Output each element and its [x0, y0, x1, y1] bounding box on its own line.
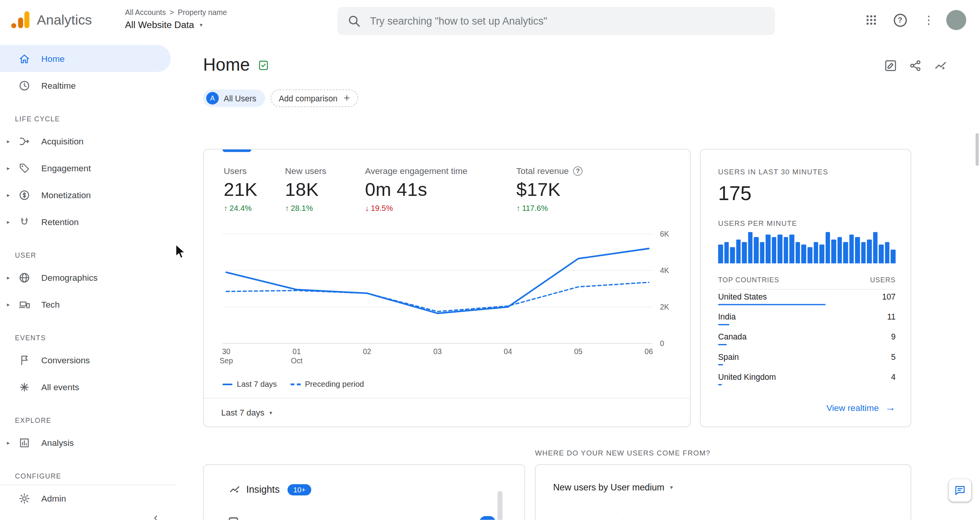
feedback-button[interactable] — [949, 479, 972, 502]
chevron-right-icon[interactable]: ▸ — [7, 192, 10, 198]
sidebar-item-label: Home — [41, 53, 65, 63]
logo-tall-bar — [25, 11, 30, 28]
insights-panel-button[interactable] — [934, 59, 947, 73]
sidebar-item-retention[interactable]: ▸ Retention — [0, 208, 176, 235]
apps-grid-icon — [865, 14, 878, 26]
help-icon[interactable]: ? — [573, 166, 582, 175]
all-users-avatar: A — [206, 92, 219, 104]
search-input[interactable] — [370, 15, 765, 27]
help-button[interactable]: ? — [889, 9, 911, 31]
apps-grid-button[interactable] — [860, 9, 883, 31]
sidebar-item-demographics[interactable]: ▸ Demographics — [0, 264, 176, 291]
sidebar-item-home[interactable]: Home — [0, 45, 171, 72]
country-row: India11 — [718, 312, 896, 325]
per-minute-bar — [784, 237, 788, 263]
sidebar-item-all-events[interactable]: All events — [0, 373, 176, 400]
svg-text:30: 30 — [222, 347, 231, 356]
trend-arrow-icon: ↑ — [516, 204, 520, 213]
metric-delta: ↑ 24.4% — [224, 204, 257, 213]
share-report-button[interactable] — [909, 59, 922, 73]
analytics-logo-icon — [10, 9, 31, 30]
country-row: United States107 — [718, 292, 896, 305]
sidebar-item-realtime[interactable]: Realtime — [0, 72, 176, 99]
chevron-right-icon[interactable]: ▸ — [7, 274, 10, 280]
add-comparison-button[interactable]: Add comparison + — [271, 89, 358, 107]
breadcrumb-separator-icon: > — [170, 8, 174, 17]
search-icon — [348, 14, 361, 28]
section-title-user: USER — [0, 235, 176, 264]
customize-report-button[interactable] — [884, 59, 898, 73]
section-title-life-cycle: LIFE CYCLE — [0, 99, 176, 128]
chevron-right-icon[interactable]: ▸ — [7, 301, 10, 307]
insights-header: Insights 10+ — [229, 484, 311, 495]
insight-item-badge[interactable] — [479, 516, 495, 520]
all-events-icon — [18, 381, 31, 393]
breadcrumb-property[interactable]: Property name — [178, 8, 227, 17]
sidebar-item-label: Analysis — [41, 437, 74, 447]
sidebar-item-engagement[interactable]: ▸ Engagement — [0, 154, 176, 181]
chevron-right-icon[interactable]: ▸ — [7, 219, 10, 225]
per-minute-bar — [730, 247, 735, 263]
per-minute-bar — [790, 235, 794, 263]
per-minute-bar — [849, 235, 854, 263]
chevron-right-icon[interactable]: ▸ — [7, 138, 10, 144]
sidebar-item-conversions[interactable]: Conversions — [0, 346, 176, 373]
property-selector[interactable]: All Website Data ▾ — [125, 19, 227, 30]
sidebar-item-admin[interactable]: Admin — [0, 485, 176, 512]
all-users-chip[interactable]: A All Users — [203, 89, 265, 107]
country-bar — [718, 384, 722, 385]
per-minute-bar — [879, 245, 884, 263]
users-per-minute-chart — [718, 231, 896, 263]
metric-delta: ↑ 117.6% — [516, 204, 582, 213]
svg-text:4K: 4K — [660, 266, 669, 275]
sidebar-item-acquisition[interactable]: ▸ Acquisition — [0, 128, 176, 154]
view-realtime-link[interactable]: View realtime → — [827, 402, 896, 414]
trend-arrow-icon: ↑ — [285, 204, 289, 213]
page-title: Home — [203, 55, 250, 75]
users-per-minute-label: USERS PER MINUTE — [718, 220, 797, 227]
per-minute-bar — [772, 237, 776, 263]
sidebar-item-label: Engagement — [41, 163, 91, 173]
metric-avg-engagement-time: Average engagement time 0m 41s ↓ 19.5% — [365, 166, 467, 213]
analytics-home-link[interactable]: Analytics — [10, 9, 92, 30]
sidebar-item-analysis[interactable]: ▸ Analysis — [0, 429, 176, 456]
more-options-button[interactable]: ⋮ — [917, 9, 940, 31]
sidebar-item-monetization[interactable]: ▸ Monetization — [0, 181, 176, 208]
country-name: Canada — [718, 332, 746, 341]
top-app-bar: Analytics All Accounts > Property name A… — [0, 0, 980, 40]
country-name: India — [718, 312, 736, 321]
sidebar-item-label: Retention — [41, 217, 79, 227]
breadcrumb-all-accounts[interactable]: All Accounts — [125, 8, 166, 17]
page-scrollbar[interactable] — [976, 133, 979, 166]
logo-mid-bar — [18, 18, 23, 28]
trend-arrow-icon: ↑ — [224, 204, 228, 213]
top-countries-list: United States107India11Canada9Spain5Unit… — [718, 292, 896, 392]
metric-value: 21K — [224, 179, 257, 200]
account-avatar[interactable] — [946, 10, 966, 30]
date-range-selector[interactable]: Last 7 days ▾ — [221, 398, 272, 427]
per-minute-bar — [718, 245, 723, 263]
sidebar-item-tech[interactable]: ▸ Tech — [0, 291, 176, 318]
svg-text:01: 01 — [292, 347, 301, 356]
sidebar-collapse-button[interactable]: ‹ — [154, 510, 158, 520]
report-check-icon[interactable] — [257, 59, 269, 71]
per-minute-bar — [807, 247, 812, 263]
monetization-dollar-icon — [18, 189, 31, 201]
analytics-app: Analytics All Accounts > Property name A… — [0, 0, 980, 520]
top-countries-header: TOP COUNTRIES USERS — [718, 276, 896, 290]
dimension-selector[interactable]: New users by User medium ▾ — [553, 482, 673, 492]
insights-count-badge[interactable]: 10+ — [288, 484, 311, 495]
insights-scrollbar[interactable] — [498, 491, 503, 520]
country-users: 11 — [887, 312, 896, 321]
chevron-right-icon[interactable]: ▸ — [7, 165, 10, 171]
insights-card: Insights 10+ — [203, 464, 525, 520]
chevron-right-icon[interactable]: ▸ — [7, 439, 10, 445]
help-icon: ? — [893, 13, 906, 26]
users-column: USERS — [870, 276, 896, 283]
search-bar[interactable] — [338, 7, 775, 35]
card-divider — [204, 398, 690, 399]
report-actions — [884, 59, 947, 73]
add-comparison-label: Add comparison — [279, 94, 337, 103]
per-minute-bar — [861, 242, 866, 263]
overview-line-chart: 02K4K6K30Sep01Oct0203040506 — [216, 220, 681, 369]
